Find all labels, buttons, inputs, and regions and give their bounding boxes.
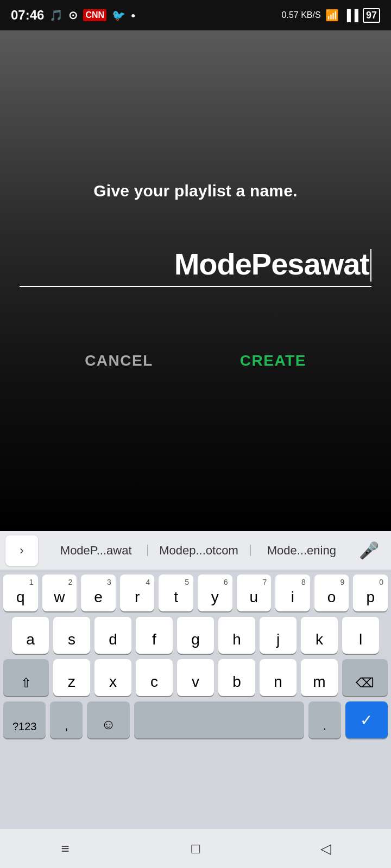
period-key[interactable]: .: [308, 701, 341, 738]
suggestion-2[interactable]: Modep...otcom: [147, 544, 250, 558]
shift-key[interactable]: ⇧: [3, 659, 49, 696]
menu-icon: ≡: [61, 840, 69, 857]
numbers-key[interactable]: ?123: [3, 701, 46, 738]
return-key[interactable]: ✓: [345, 701, 388, 738]
key-h[interactable]: h: [218, 617, 255, 654]
text-cursor: [370, 249, 371, 282]
key-g[interactable]: g: [177, 617, 214, 654]
key-o[interactable]: 9o: [314, 575, 349, 611]
backspace-key[interactable]: ⌫: [342, 659, 388, 696]
status-left: 07:46 🎵 ⊙ CNN 🐦 ●: [11, 8, 136, 23]
key-f[interactable]: f: [136, 617, 173, 654]
key-a[interactable]: a: [12, 617, 49, 654]
time-display: 07:46: [11, 8, 44, 23]
spotify-icon: 🎵: [49, 9, 63, 22]
microphone-button[interactable]: 🎤: [353, 535, 386, 566]
key-row-1: 1q 2w 3e 4r 5t 6y 7u 8i 9o 0p: [3, 575, 388, 611]
key-n[interactable]: n: [260, 659, 297, 696]
key-d[interactable]: d: [94, 617, 131, 654]
key-y[interactable]: 6y: [198, 575, 232, 611]
home-icon: □: [191, 840, 200, 857]
key-q[interactable]: 1q: [3, 575, 38, 611]
action-buttons: CANCEL CREATE: [68, 341, 323, 380]
create-button[interactable]: CREATE: [224, 341, 323, 380]
navigation-bar: ≡ □ ◁: [0, 829, 391, 868]
key-i[interactable]: 8i: [275, 575, 310, 611]
dot-icon: ●: [131, 11, 135, 20]
instagram-icon: ⊙: [68, 9, 78, 22]
key-r[interactable]: 4r: [120, 575, 155, 611]
key-rows: 1q 2w 3e 4r 5t 6y 7u 8i 9o 0p a s d f g …: [0, 570, 391, 741]
key-s[interactable]: s: [53, 617, 90, 654]
network-speed: 0.57 KB/S: [282, 10, 321, 20]
twitter-icon: 🐦: [112, 9, 125, 22]
suggestions-expand-button[interactable]: ›: [5, 535, 38, 566]
signal-icon: ▐▐: [343, 9, 358, 22]
key-v[interactable]: v: [177, 659, 214, 696]
key-j[interactable]: j: [260, 617, 297, 654]
comma-key[interactable]: ,: [50, 701, 83, 738]
key-m[interactable]: m: [301, 659, 338, 696]
key-l[interactable]: l: [342, 617, 379, 654]
suggestion-1[interactable]: ModeP...awat: [45, 544, 147, 558]
key-u[interactable]: 7u: [237, 575, 272, 611]
key-b[interactable]: b: [218, 659, 255, 696]
wifi-icon: 📶: [325, 9, 339, 22]
key-c[interactable]: c: [136, 659, 173, 696]
playlist-input-container: ModePesawat: [20, 244, 371, 287]
key-k[interactable]: k: [301, 617, 338, 654]
keyboard-area: › ModeP...awat Modep...otcom Mode...enin…: [0, 531, 391, 829]
playlist-name-display[interactable]: ModePesawat: [20, 244, 371, 287]
key-row-3: ⇧ z x c v b n m ⌫: [3, 659, 388, 696]
nav-menu-button[interactable]: ≡: [49, 838, 81, 859]
key-e[interactable]: 3e: [81, 575, 116, 611]
key-row-2: a s d f g h j k l: [3, 617, 388, 654]
cancel-button[interactable]: CANCEL: [68, 341, 169, 380]
prompt-text: Give your playlist a name.: [93, 182, 297, 200]
key-t[interactable]: 5t: [159, 575, 193, 611]
back-icon: ◁: [320, 840, 331, 857]
status-right: 0.57 KB/S 📶 ▐▐ 97: [282, 8, 380, 23]
suggestion-3[interactable]: Mode...ening: [250, 544, 353, 558]
nav-back-button[interactable]: ◁: [310, 838, 342, 859]
app-area: Give your playlist a name. ModePesawat C…: [0, 30, 391, 531]
status-bar: 07:46 🎵 ⊙ CNN 🐦 ● 0.57 KB/S 📶 ▐▐ 97: [0, 0, 391, 30]
emoji-key[interactable]: ☺: [87, 701, 129, 738]
battery-icon: 97: [363, 8, 380, 23]
cnn-icon: CNN: [83, 9, 106, 21]
key-z[interactable]: z: [53, 659, 90, 696]
key-x[interactable]: x: [94, 659, 131, 696]
playlist-name-text: ModePesawat: [174, 246, 369, 282]
suggestions-bar: › ModeP...awat Modep...otcom Mode...enin…: [0, 531, 391, 570]
key-p[interactable]: 0p: [353, 575, 388, 611]
space-key[interactable]: [134, 701, 304, 738]
nav-home-button[interactable]: □: [179, 838, 212, 859]
key-w[interactable]: 2w: [42, 575, 77, 611]
key-row-4: ?123 , ☺ . ✓: [3, 701, 388, 738]
